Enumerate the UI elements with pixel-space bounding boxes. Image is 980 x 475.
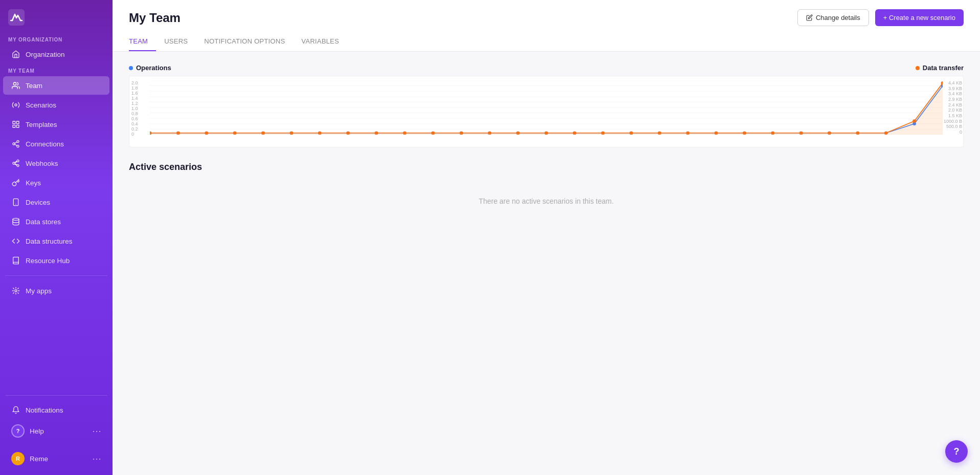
tab-users[interactable]: USERS (156, 33, 196, 51)
svg-point-69 (261, 132, 265, 135)
sidebar-org-label: Organization (26, 51, 65, 58)
change-details-button[interactable]: Change details (797, 9, 869, 26)
bell-icon (11, 405, 20, 415)
svg-point-84 (686, 132, 689, 135)
svg-point-93 (941, 81, 943, 84)
svg-rect-4 (16, 121, 19, 124)
sidebar-item-data-stores[interactable]: Data stores (3, 212, 109, 231)
sidebar-connections-label: Connections (26, 140, 64, 148)
help-more-icon[interactable]: ⋯ (92, 426, 101, 436)
svg-line-22 (13, 293, 14, 293)
tabs: TEAM USERS NOTIFICATION OPTIONS VARIABLE… (129, 33, 964, 51)
operations-dot (129, 66, 133, 70)
sidebar-user[interactable]: R Reme ⋯ (3, 447, 109, 470)
main-content: Operations Data transfer 2.0 1.8 1.6 1.4… (113, 52, 980, 475)
sidebar-devices-label: Devices (26, 199, 50, 206)
chart-container: 2.0 1.8 1.6 1.4 1.2 1.0 0.8 0.6 0.4 0.2 … (129, 76, 964, 147)
y-axis-right: 4.4 KB 3.9 KB 3.4 KB 2.9 KB 2.4 KB 2.0 K… (944, 80, 962, 135)
svg-point-80 (573, 132, 576, 135)
sidebar-scenarios-label: Scenarios (26, 101, 56, 109)
help-label: Help (30, 427, 44, 435)
org-section-label: MY ORGANIZATION (0, 33, 113, 45)
notifications-label: Notifications (26, 406, 63, 414)
logo-icon[interactable] (8, 9, 25, 26)
tab-team[interactable]: TEAM (129, 33, 156, 51)
tab-notification-options[interactable]: NOTIFICATION OPTIONS (196, 33, 293, 51)
sidebar-item-organization[interactable]: Organization (3, 45, 109, 63)
svg-point-81 (601, 132, 605, 135)
svg-rect-5 (16, 125, 19, 127)
data-transfer-legend: Data transfer (916, 64, 964, 72)
chart-header: Operations Data transfer (129, 64, 964, 72)
svg-point-70 (289, 132, 293, 135)
sidebar-item-data-structures[interactable]: Data structures (3, 232, 109, 250)
create-scenario-label: + Create a new scenario (883, 14, 955, 21)
chart-svg: 6. 7. 8. 9. 10. 11. 12. 13. 14. 15. 16. … (150, 80, 943, 135)
svg-point-67 (205, 132, 208, 135)
data-stores-icon (11, 217, 20, 226)
data-transfer-dot (916, 66, 920, 70)
svg-point-72 (346, 132, 350, 135)
svg-point-83 (658, 132, 661, 135)
sidebar-divider-2 (5, 395, 107, 396)
svg-point-90 (856, 132, 860, 135)
user-avatar: R (11, 452, 25, 465)
sidebar-item-team[interactable]: Team (3, 76, 109, 95)
sidebar-item-devices[interactable]: Devices (3, 193, 109, 211)
svg-point-2 (15, 104, 17, 106)
sidebar-data-structures-label: Data structures (26, 238, 73, 245)
svg-line-10 (15, 144, 17, 146)
sidebar-item-keys[interactable]: Keys (3, 174, 109, 192)
sidebar-keys-label: Keys (26, 179, 41, 187)
my-team-section-label: MY TEAM (0, 64, 113, 76)
empty-message: There are no active scenarios in this te… (479, 197, 614, 205)
sidebar: MY ORGANIZATION Organization MY TEAM Tea… (0, 0, 113, 475)
sidebar-item-connections[interactable]: Connections (3, 135, 109, 153)
change-details-label: Change details (816, 14, 860, 21)
sidebar-data-stores-label: Data stores (26, 218, 61, 226)
sidebar-item-scenarios[interactable]: Scenarios (3, 96, 109, 114)
keys-icon (11, 178, 20, 187)
sidebar-item-webhooks[interactable]: Webhooks (3, 154, 109, 172)
connections-icon (11, 139, 20, 148)
create-scenario-button[interactable]: + Create a new scenario (875, 9, 964, 26)
active-scenarios-title: Active scenarios (129, 162, 964, 172)
page-title: My Team (129, 11, 181, 25)
svg-point-79 (545, 132, 548, 135)
sidebar-item-resource-hub[interactable]: Resource Hub (3, 251, 109, 270)
sidebar-item-templates[interactable]: Templates (3, 115, 109, 134)
svg-point-85 (715, 132, 718, 135)
svg-point-75 (431, 132, 435, 135)
svg-point-88 (799, 132, 803, 135)
svg-marker-64 (150, 83, 943, 135)
svg-rect-3 (13, 121, 15, 124)
sidebar-item-my-apps[interactable]: My apps (3, 282, 109, 300)
help-avatar: ? (11, 424, 25, 438)
webhooks-icon (11, 159, 20, 168)
sidebar-help[interactable]: ? Help ⋯ (3, 420, 109, 442)
y-axis-left: 2.0 1.8 1.6 1.4 1.2 1.0 0.8 0.6 0.4 0.2 … (131, 80, 138, 135)
my-apps-icon (11, 286, 20, 295)
svg-point-66 (176, 132, 180, 135)
active-scenarios-empty: There are no active scenarios in this te… (129, 181, 964, 222)
scenarios-icon (11, 100, 20, 110)
svg-point-92 (912, 119, 916, 122)
sidebar-notifications[interactable]: Notifications (3, 401, 109, 419)
svg-point-74 (403, 132, 407, 135)
users-icon (11, 81, 20, 90)
devices-icon (11, 198, 20, 207)
main-header: My Team Change details + Create a new sc… (113, 0, 980, 52)
sidebar-my-apps-label: My apps (26, 287, 52, 295)
svg-point-89 (828, 132, 831, 135)
sidebar-webhooks-label: Webhooks (26, 160, 58, 167)
user-more-icon[interactable]: ⋯ (92, 454, 101, 463)
operations-label: Operations (136, 64, 171, 72)
float-help-label: ? (954, 446, 960, 457)
sidebar-templates-label: Templates (26, 121, 57, 128)
float-help-button[interactable]: ? (945, 440, 968, 463)
svg-point-15 (15, 290, 17, 292)
svg-line-20 (13, 288, 14, 289)
sidebar-bottom: Notifications ? Help ⋯ R Reme ⋯ (0, 390, 113, 475)
tab-variables[interactable]: VARIABLES (293, 33, 347, 51)
svg-point-82 (630, 132, 633, 135)
